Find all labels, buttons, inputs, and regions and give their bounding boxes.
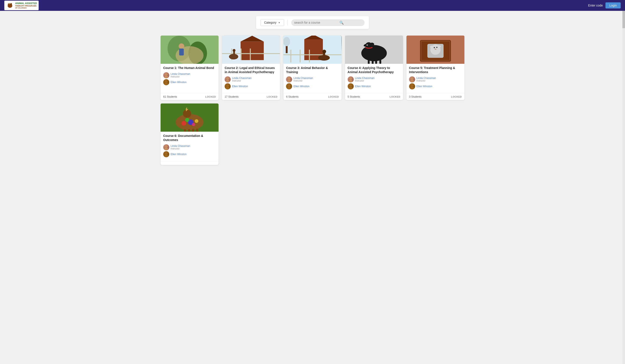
svg-point-92	[165, 152, 168, 155]
svg-point-75	[411, 84, 413, 87]
login-button[interactable]: Login	[605, 2, 621, 8]
student-count-3: 6 Students	[286, 95, 298, 98]
svg-point-44	[288, 84, 290, 87]
svg-point-91	[164, 148, 168, 150]
svg-point-41	[322, 50, 326, 53]
svg-rect-33	[283, 54, 341, 55]
svg-rect-55	[372, 60, 374, 64]
course-title-5: Course 5: Treatment Planning & Intervent…	[409, 66, 462, 74]
course-card-4[interactable]: Course 4: Applying Theory to Animal Assi…	[345, 35, 403, 100]
locked-status-1: LOCKED	[205, 95, 216, 98]
course-body-6: Course 6: Documentation & Outcomes Linda…	[161, 132, 219, 161]
instructor-role-1: Instructor	[171, 75, 190, 78]
svg-rect-36	[309, 50, 310, 62]
logo-area: Animal Assisted Therapy Programs of Colo…	[4, 1, 39, 10]
svg-point-45	[287, 87, 291, 89]
svg-point-71	[436, 47, 437, 48]
empty-cell-3	[345, 103, 403, 165]
course-body-2: Course 2: Legal and Ethical Issues in An…	[222, 64, 280, 93]
instructors-3: Linda Chassman Instructor Ellen Winston	[286, 76, 339, 89]
svg-point-61	[349, 87, 352, 89]
course-card-2[interactable]: Course 2: Legal and Ethical Issues in An…	[222, 35, 280, 100]
locked-status-5: LOCKED	[451, 95, 462, 98]
instructors-2: Linda Chassman Instructor Ellen Winston	[225, 76, 277, 89]
locked-status-3: LOCKED	[328, 95, 339, 98]
header-right: Enter code Login	[588, 2, 621, 8]
instructor2-name-2: Ellen Winston	[232, 85, 248, 88]
svg-point-81	[182, 121, 186, 126]
scrollbar[interactable]	[623, 11, 625, 364]
empty-cell-1	[222, 103, 280, 165]
course-image-2	[222, 35, 280, 64]
avatar-linda-4	[348, 76, 354, 82]
logo-box: Animal Assisted Therapy Programs of Colo…	[4, 1, 39, 10]
instructor-row-9: Linda Chassman Instructor	[409, 76, 462, 82]
svg-point-83	[195, 119, 198, 123]
course-card-1[interactable]: Course 1: The Human Animal Bond Linda Ch…	[161, 35, 219, 100]
search-icon: 🔍	[339, 21, 344, 25]
svg-point-27	[226, 80, 229, 82]
svg-point-13	[165, 80, 168, 83]
svg-point-38	[283, 37, 290, 46]
instructors-5: Linda Chassman Instructor Ellen Winston	[409, 76, 462, 89]
svg-rect-10	[179, 49, 184, 56]
svg-rect-19	[222, 53, 280, 54]
courses-grid-row2: Course 6: Documentation & Outcomes Linda…	[161, 103, 464, 165]
svg-point-80	[183, 109, 191, 118]
enter-code-link[interactable]: Enter code	[588, 4, 603, 7]
search-container: Category ▼ 🔍	[256, 16, 369, 29]
search-input[interactable]	[294, 21, 338, 24]
instructor-name-4: Linda Chassman	[355, 77, 375, 80]
scrollbar-thumb[interactable]	[623, 11, 625, 28]
svg-point-12	[164, 76, 168, 78]
svg-rect-88	[192, 129, 194, 132]
avatar-linda-3	[286, 76, 292, 82]
svg-point-60	[349, 84, 352, 87]
instructor-row-3: Linda Chassman Instructor	[225, 76, 277, 82]
instructor-row-11: Linda Chassman Instructor	[163, 144, 216, 150]
instructor-name-6: Linda Chassman	[171, 145, 190, 148]
course-card-5[interactable]: Course 5: Treatment Planning & Intervent…	[406, 35, 464, 100]
instructor-role-4: Instructor	[355, 80, 375, 82]
logo-text: Animal Assisted Therapy Programs of Colo…	[15, 2, 37, 9]
instructor2-name-3: Ellen Winston	[293, 85, 309, 88]
instructor2-name-1: Ellen Winston	[171, 81, 187, 84]
category-label: Category	[264, 21, 277, 24]
course-image-6	[161, 103, 219, 132]
instructor-row-12: Ellen Winston	[163, 151, 216, 157]
course-image-4	[345, 35, 403, 64]
category-button[interactable]: Category ▼	[260, 19, 284, 26]
instructor-row-4: Ellen Winston	[225, 83, 277, 89]
svg-point-58	[349, 77, 352, 80]
course-card-6[interactable]: Course 6: Documentation & Outcomes Linda…	[161, 103, 219, 165]
course-title-6: Course 6: Documentation & Outcomes	[163, 134, 216, 142]
avatar-ellen-6	[163, 151, 169, 157]
chevron-down-icon: ▼	[278, 22, 280, 24]
course-card-3[interactable]: Course 3: Animal Behavior & Training Lin…	[283, 35, 341, 100]
divider	[287, 20, 288, 26]
course-body-5: Course 5: Treatment Planning & Intervent…	[406, 64, 464, 93]
svg-point-72	[435, 49, 437, 50]
course-footer-2: 17 Students LOCKED	[222, 93, 280, 100]
svg-rect-87	[188, 129, 190, 132]
svg-point-2	[9, 3, 10, 4]
courses-grid-row1: Course 1: The Human Animal Bond Linda Ch…	[161, 35, 464, 100]
instructor-name-3: Linda Chassman	[293, 77, 313, 80]
svg-point-14	[164, 83, 168, 85]
instructor-name-1: Linda Chassman	[171, 72, 190, 75]
instructor2-name-6: Ellen Winston	[171, 153, 187, 156]
svg-point-4	[9, 3, 10, 4]
svg-point-74	[410, 80, 414, 82]
avatar-ellen-5	[409, 83, 415, 89]
instructors-6: Linda Chassman Instructor Ellen Winston	[163, 144, 216, 157]
student-count-4: 5 Students	[348, 95, 360, 98]
svg-rect-34	[290, 50, 291, 62]
avatar-linda-2	[225, 76, 231, 82]
svg-rect-57	[379, 60, 381, 64]
svg-rect-21	[241, 49, 242, 60]
search-input-wrap: 🔍	[291, 19, 365, 26]
svg-point-28	[226, 84, 229, 87]
instructor-row-7: Linda Chassman Instructor	[348, 76, 400, 82]
svg-rect-22	[250, 49, 251, 60]
instructor-row-8: Ellen Winston	[348, 83, 400, 89]
